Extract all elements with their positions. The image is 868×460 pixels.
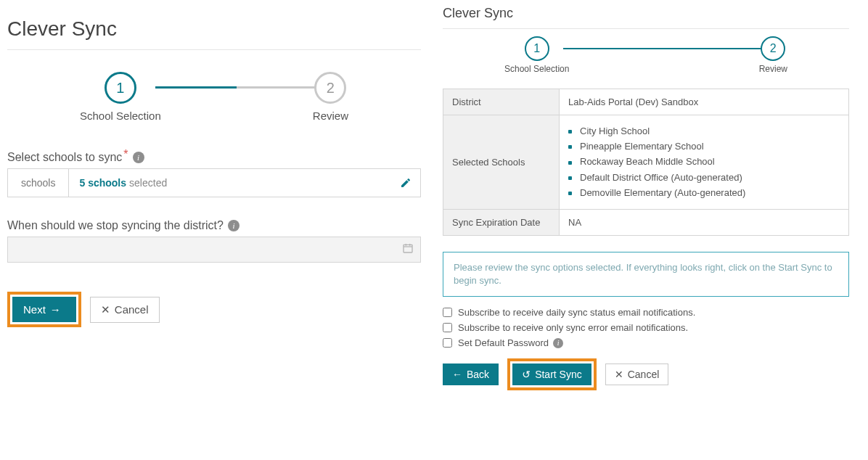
- step-connector: [155, 86, 319, 89]
- step-1: 1 School Selection: [504, 36, 569, 74]
- review-note: Please review the sync options selected.…: [443, 252, 849, 297]
- list-item: Default District Office (Auto-generated): [568, 171, 840, 184]
- list-item: Demoville Elementary (Auto-generated): [568, 186, 840, 200]
- list-item: Rockaway Beach Middle School: [568, 155, 840, 168]
- svg-rect-0: [404, 245, 412, 252]
- expiration-date-input[interactable]: [7, 237, 421, 263]
- schools-box-header: schools: [8, 169, 69, 197]
- next-button-highlight: Next →: [7, 292, 81, 327]
- step-1-label: School Selection: [504, 64, 569, 74]
- next-button[interactable]: Next →: [12, 297, 76, 322]
- step-2-circle: 2: [761, 36, 785, 61]
- set-password-checkbox[interactable]: [443, 338, 452, 348]
- start-sync-button[interactable]: Start Sync: [512, 364, 591, 385]
- review-table: District Lab-Aids Portal (Dev) Sandbox S…: [443, 89, 849, 236]
- page-title: Clever Sync: [7, 17, 421, 41]
- back-button[interactable]: ← Back: [443, 364, 499, 385]
- selected-schools-list: City High School Pineapple Elementary Sc…: [560, 115, 849, 210]
- page-title: Clever Sync: [443, 6, 849, 21]
- district-value: Lab-Aids Portal (Dev) Sandbox: [560, 89, 849, 115]
- expiration-label: Sync Expiration Date: [443, 209, 560, 235]
- edit-schools-button[interactable]: [391, 177, 420, 189]
- step-2-circle: 2: [314, 72, 346, 104]
- expiration-value: NA: [560, 209, 849, 235]
- arrow-right-icon: →: [50, 303, 61, 316]
- info-icon[interactable]: i: [228, 220, 239, 231]
- info-icon[interactable]: i: [553, 338, 563, 348]
- close-icon: ✕: [101, 303, 110, 316]
- schools-selector[interactable]: schools 5 schools selected: [7, 168, 421, 197]
- step1-panel: Clever Sync 1 School Selection 2 Review …: [7, 0, 421, 390]
- calendar-icon: [402, 242, 414, 257]
- cancel-button[interactable]: ✕ Cancel: [605, 364, 669, 385]
- step-1: 1 School Selection: [80, 72, 161, 122]
- district-label: District: [443, 89, 560, 115]
- stepper: 1 School Selection 2 Review: [443, 36, 849, 74]
- schools-box-value: 5 schools selected: [69, 177, 391, 189]
- step-1-circle: 1: [525, 36, 549, 61]
- required-asterisk: *: [123, 148, 128, 161]
- cancel-button[interactable]: ✕ Cancel: [90, 297, 160, 323]
- stepper: 1 School Selection 2 Review: [7, 72, 421, 122]
- select-schools-label: Select schools to sync * i: [7, 151, 421, 164]
- subscribe-daily-row[interactable]: Subscribe to receive daily sync status e…: [443, 307, 849, 318]
- step-1-label: School Selection: [80, 110, 161, 122]
- selected-schools-label: Selected Schools: [443, 115, 560, 210]
- set-password-label: Set Default Password: [458, 337, 549, 348]
- close-icon: ✕: [615, 369, 623, 380]
- step-2: 2 Review: [313, 72, 348, 122]
- pencil-icon: [400, 177, 412, 189]
- list-item: City High School: [568, 125, 840, 138]
- step-connector: [563, 48, 764, 49]
- subscribe-error-label: Subscribe to receive only sync error ema…: [458, 322, 688, 333]
- subscribe-error-row[interactable]: Subscribe to receive only sync error ema…: [443, 322, 849, 333]
- step-2: 2 Review: [759, 36, 787, 74]
- subscribe-error-checkbox[interactable]: [443, 323, 452, 332]
- subscribe-daily-checkbox[interactable]: [443, 308, 452, 317]
- expiration-label: When should we stop syncing the district…: [7, 219, 421, 232]
- step-2-label: Review: [759, 64, 787, 74]
- list-item: Pineapple Elementary School: [568, 140, 840, 153]
- step-2-label: Review: [313, 110, 348, 122]
- arrow-left-icon: ←: [452, 369, 462, 380]
- review-panel: Clever Sync 1 School Selection 2 Review …: [443, 0, 849, 390]
- subscribe-daily-label: Subscribe to receive daily sync status e…: [458, 307, 695, 318]
- info-icon[interactable]: i: [133, 152, 144, 163]
- start-sync-highlight: Start Sync: [507, 358, 597, 390]
- set-password-row[interactable]: Set Default Password i: [443, 337, 849, 348]
- sync-icon: [522, 369, 531, 380]
- expiration-date-field[interactable]: [7, 237, 421, 263]
- step-1-circle: 1: [105, 72, 136, 104]
